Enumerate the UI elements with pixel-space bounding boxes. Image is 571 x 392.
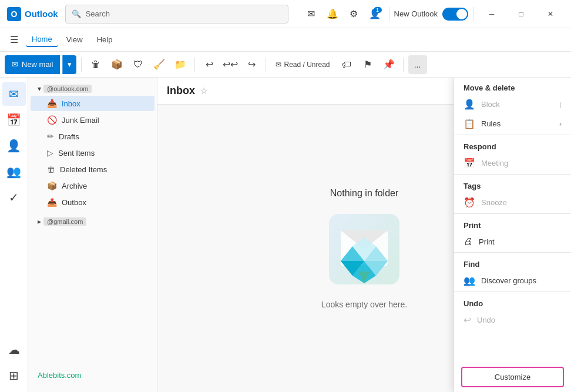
account-icon[interactable]: 👤 1 xyxy=(365,5,384,24)
dropdown-item-undo[interactable]: ↩ Undo xyxy=(454,310,571,330)
outlook-account-header[interactable]: ▾ @outlook.com xyxy=(28,82,157,95)
app-logo: O Outlook xyxy=(7,7,58,21)
block-icon: 👤 xyxy=(463,99,475,110)
mail-nav-icon[interactable]: ✉ xyxy=(2,82,26,106)
new-mail-dropdown-button[interactable]: ▾ xyxy=(62,55,76,74)
reply-button[interactable]: ↩ xyxy=(200,55,219,74)
hamburger-button[interactable]: ☰ xyxy=(5,31,23,49)
tab-help[interactable]: Help xyxy=(91,33,119,46)
customize-button[interactable]: Customize xyxy=(461,367,564,387)
outlook-account-email: @outlook.com xyxy=(43,85,92,93)
divider-5 xyxy=(454,292,571,292)
meeting-label: Meeting xyxy=(481,159,508,167)
tasks-nav-icon[interactable]: ✓ xyxy=(2,186,26,209)
dropdown-item-block[interactable]: 👤 Block | xyxy=(454,95,571,114)
delete-button[interactable]: 🗑 xyxy=(86,55,105,74)
dropdown-section-move-delete: Move & delete xyxy=(454,78,571,95)
folder-archive[interactable]: 📦 Archive xyxy=(31,178,154,193)
dropdown-item-meeting[interactable]: 📅 Meeting xyxy=(454,153,571,173)
pin-button[interactable]: 📌 xyxy=(379,55,398,74)
divider-4 xyxy=(454,252,571,253)
folder-deleted-label: Deleted Items xyxy=(60,165,107,174)
junk-icon: 🚫 xyxy=(47,115,57,125)
folder-inbox-label: Inbox xyxy=(62,99,80,108)
settings-icon[interactable]: ⚙ xyxy=(344,5,363,24)
people-nav-icon[interactable]: 👥 xyxy=(2,160,26,183)
dropdown-section-print: Print xyxy=(454,215,571,232)
folder-sent-label: Sent Items xyxy=(58,149,95,158)
read-unread-button[interactable]: ✉ Read / Unread xyxy=(271,55,334,74)
dropdown-item-rules[interactable]: 📋 Rules › xyxy=(454,114,571,133)
toolbar: ✉ New mail ▾ 🗑 📦 🛡 🧹 📁 ↩ ↩↩ ↪ ✉ Read / U… xyxy=(0,52,571,78)
star-icon[interactable]: ☆ xyxy=(200,85,208,96)
envelope-icon: ✉ xyxy=(276,61,281,69)
toolbar-sep1 xyxy=(81,58,82,72)
tab-home[interactable]: Home xyxy=(26,32,58,47)
archive-toolbar-button[interactable]: 📦 xyxy=(108,55,126,74)
ablebits-label: Ablebits.com xyxy=(38,371,81,380)
folder-drafts[interactable]: ✏ Drafts xyxy=(31,129,154,144)
flag-button[interactable]: ⚑ xyxy=(358,55,377,74)
folder-junk[interactable]: 🚫 Junk Email xyxy=(31,112,154,128)
dropdown-section-undo: Undo xyxy=(454,293,571,310)
gmail-account-header[interactable]: ▸ @gmail.com xyxy=(28,215,157,228)
toolbar-sep4 xyxy=(403,58,404,72)
new-outlook-toggle: New Outlook xyxy=(394,8,468,21)
divider-1 xyxy=(454,135,571,135)
move-button[interactable]: 📁 xyxy=(171,55,190,74)
folder-inbox[interactable]: 📥 Inbox xyxy=(31,96,154,111)
discover-groups-icon: 👥 xyxy=(463,275,475,286)
reply-all-button[interactable]: ↩↩ xyxy=(221,55,240,74)
report-button[interactable]: 🛡 xyxy=(129,55,147,74)
search-bar[interactable]: 🔍 Search xyxy=(65,5,288,24)
ablebits-brand-area: Ablebits.com xyxy=(28,363,157,387)
tag-button[interactable]: 🏷 xyxy=(337,55,356,74)
block-shortcut: | xyxy=(560,101,562,108)
folder-outbox-label: Outbox xyxy=(62,198,86,207)
account-badge: 1 xyxy=(374,7,382,13)
onedrive-nav-icon[interactable]: ☁ xyxy=(2,338,26,361)
dropdown-section-tags: Tags xyxy=(454,176,571,193)
search-icon: 🔍 xyxy=(72,9,81,18)
titlebar-actions: ✉ 🔔 ⚙ 👤 1 New Outlook ─ □ ✕ xyxy=(302,5,564,24)
outbox-icon: 📤 xyxy=(47,197,57,207)
new-mail-button[interactable]: ✉ New mail xyxy=(5,55,60,74)
close-button[interactable]: ✕ xyxy=(537,5,564,24)
dropdown-item-snooze[interactable]: ⏰ Snooze xyxy=(454,193,571,212)
folder-outbox[interactable]: 📤 Outbox xyxy=(31,195,154,210)
folder-deleted[interactable]: 🗑 Deleted Items xyxy=(31,162,154,177)
deleted-icon: 🗑 xyxy=(47,165,55,174)
toolbar-sep2 xyxy=(194,58,195,72)
toolbar-sep3 xyxy=(266,58,266,72)
sent-icon: ▷ xyxy=(47,148,53,158)
sweep-button[interactable]: 🧹 xyxy=(150,55,169,74)
nav-icons: ✉ 📅 👤 👥 ✓ ☁ ⊞ xyxy=(0,78,28,392)
new-mail-label: New mail xyxy=(22,60,53,69)
content-area: Inbox ☆ Nothing in folder xyxy=(157,78,571,392)
maximize-button[interactable]: □ xyxy=(508,5,535,24)
minimize-button[interactable]: ─ xyxy=(478,5,505,24)
tab-view[interactable]: View xyxy=(61,33,89,46)
folder-sent[interactable]: ▷ Sent Items xyxy=(31,145,154,160)
dropdown-spacer xyxy=(454,330,571,362)
read-unread-label: Read / Unread xyxy=(284,61,330,69)
dropdown-item-discover-groups[interactable]: 👥 Discover groups xyxy=(454,271,571,290)
block-label: Block xyxy=(481,100,500,109)
forward-button[interactable]: ↪ xyxy=(242,55,261,74)
compose-icon[interactable]: ✉ xyxy=(302,5,321,24)
logo-icon: O xyxy=(7,7,21,21)
inbox-title: Inbox xyxy=(167,85,195,97)
calendar-nav-icon[interactable]: 📅 xyxy=(2,108,26,132)
empty-heading: Nothing in folder xyxy=(330,188,399,199)
more-button[interactable]: ... xyxy=(408,55,427,74)
new-outlook-toggle-switch[interactable] xyxy=(442,8,468,21)
bell-icon[interactable]: 🔔 xyxy=(323,5,342,24)
new-mail-icon: ✉ xyxy=(12,60,18,69)
divider-3 xyxy=(454,213,571,214)
contacts-nav-icon[interactable]: 👤 xyxy=(2,134,26,158)
apps-nav-icon[interactable]: ⊞ xyxy=(2,364,26,387)
title-bar: O Outlook 🔍 Search ✉ 🔔 ⚙ 👤 1 New Outlook… xyxy=(0,0,571,28)
dropdown-item-print[interactable]: 🖨 Print xyxy=(454,232,571,251)
rules-icon: 📋 xyxy=(463,118,475,129)
more-icon: ... xyxy=(414,60,421,69)
